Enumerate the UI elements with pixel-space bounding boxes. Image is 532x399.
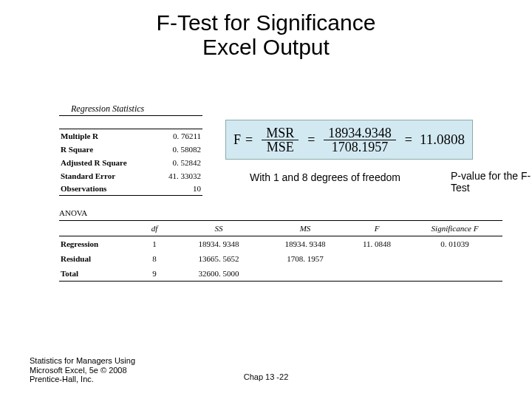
- regression-stats-header: Regression Statistics: [71, 103, 144, 115]
- equals-icon: =: [307, 132, 315, 148]
- table-row: Observations10: [59, 183, 202, 196]
- formula-f-label: F: [233, 132, 241, 148]
- equals-icon: =: [245, 132, 253, 148]
- formula-box: F = MSR MSE = 18934.9348 1708.1957 = 11.…: [225, 120, 473, 160]
- fraction-msr-mse: MSR MSE: [262, 126, 299, 154]
- table-row: R Square0. 58082: [59, 143, 202, 156]
- table-row: Standard Error41. 33032: [59, 169, 202, 183]
- degrees-of-freedom-note: With 1 and 8 degrees of freedom: [250, 171, 400, 183]
- equals-icon: =: [405, 132, 412, 148]
- anova-table: df SS MS F Significance F Regression 1 1…: [59, 220, 502, 282]
- regression-stats-table: Multiple R0. 76211 R Square0. 58082 Adju…: [59, 115, 202, 196]
- table-row: Total 9 32600. 5000: [59, 266, 502, 282]
- formula-result: 11.0808: [420, 132, 465, 148]
- table-row: Residual 8 13665. 5652 1708. 1957: [59, 251, 502, 266]
- anova-header-row: df SS MS F Significance F: [59, 221, 502, 236]
- table-row: Regression 1 18934. 9348 18934. 9348 11.…: [59, 236, 502, 252]
- title-line-1: F-Test for Significance: [157, 10, 376, 35]
- fraction-values: 18934.9348 1708.1957: [324, 126, 396, 154]
- table-row: Adjusted R Square0. 52842: [59, 156, 202, 169]
- title-line-2: Excel Output: [202, 35, 330, 59]
- slide-title: F-Test for Significance Excel Output: [0, 10, 532, 59]
- anova-label: ANOVA: [59, 208, 87, 217]
- pvalue-note: P-value for the F-Test: [451, 170, 532, 194]
- footer-chapter: Chap 13 -22: [0, 372, 532, 381]
- table-row: Multiple R0. 76211: [59, 129, 202, 143]
